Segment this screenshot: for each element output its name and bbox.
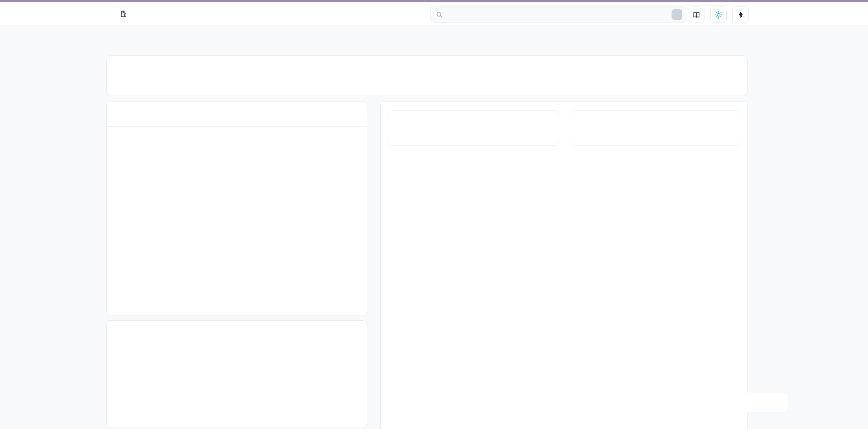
price-per-ether-card	[106, 320, 367, 428]
ethereum-icon	[737, 11, 745, 19]
supply-pie-chart	[471, 163, 657, 349]
price-gas-summary	[106, 2, 133, 25]
sun-icon	[715, 11, 723, 19]
gas-pump-icon	[120, 10, 128, 18]
search-icon	[436, 11, 443, 18]
price-data-source	[115, 344, 358, 354]
description-card	[106, 55, 748, 95]
price-card-title	[107, 321, 367, 344]
distribution-data-source	[115, 127, 358, 137]
ether-distribution-card	[106, 101, 367, 315]
market-cap-stat-card	[572, 110, 740, 146]
search-box[interactable]	[430, 6, 686, 23]
theme-toggle-button[interactable]	[710, 6, 727, 23]
book-icon	[692, 11, 701, 19]
total-supply-stat-card	[388, 110, 559, 146]
search-input[interactable]	[447, 11, 672, 18]
supply-chart-card	[380, 101, 748, 429]
network-selector-button[interactable]	[732, 6, 749, 23]
overlay-artifact	[726, 393, 788, 412]
distribution-card-title	[107, 102, 367, 127]
search-shortcut-badge	[672, 9, 682, 20]
docs-button[interactable]	[688, 6, 704, 23]
